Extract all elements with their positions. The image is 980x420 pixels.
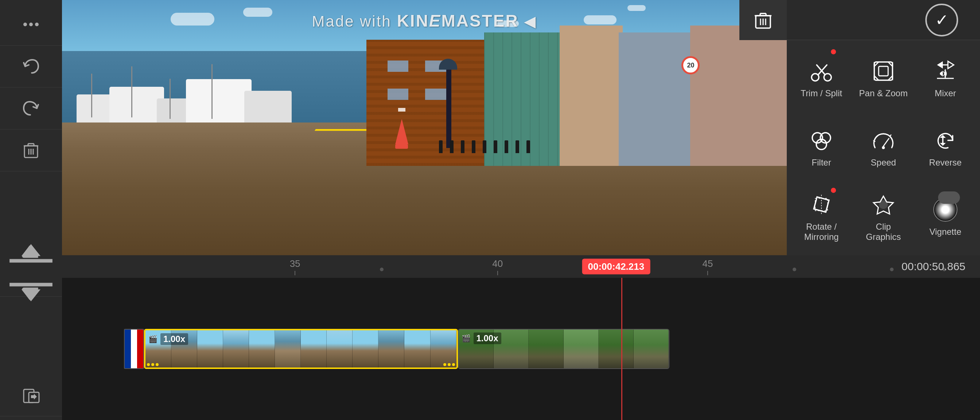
vignette-label: Vignette	[929, 227, 961, 237]
svg-line-38	[883, 138, 889, 146]
clip-film-icon-2: 🎬	[461, 334, 471, 343]
timeline-area: 35 40 45	[62, 255, 980, 420]
watermark: Made with KINEMASTER ◀	[312, 11, 537, 30]
video-scene: 20 Made with KINEMASTER ◀	[62, 0, 787, 255]
rotate-notification-dot	[831, 188, 836, 193]
reverse-icon	[932, 127, 958, 153]
scissors-icon	[809, 58, 834, 84]
tool-speed[interactable]: Speed	[854, 115, 913, 180]
clip-frames-1	[145, 330, 457, 368]
svg-line-40	[889, 135, 891, 136]
end-time-display: 00:00:50.865	[902, 260, 966, 273]
tool-reverse[interactable]: Reverse	[916, 115, 975, 180]
tool-pan-zoom[interactable]: Pan & Zoom	[854, 46, 913, 111]
fence	[439, 140, 642, 153]
preview-panel-row: 20 Made with KINEMASTER ◀	[62, 0, 980, 255]
lamppost	[446, 68, 451, 148]
clip-graphics-label: Clip Graphics	[858, 222, 909, 242]
clip-film-icon: 🎬	[148, 335, 158, 344]
redo-button[interactable]	[0, 88, 62, 129]
svg-point-2	[35, 22, 39, 26]
clip-graphics-icon	[870, 192, 896, 217]
current-time-display: 00:00:42.213	[582, 259, 651, 275]
svg-point-0	[23, 22, 27, 26]
watermark-prefix: Made with	[312, 13, 397, 30]
ruler-tick-45: 45	[703, 258, 713, 275]
pan-zoom-icon	[870, 58, 896, 84]
svg-marker-29	[937, 61, 943, 68]
ruler-tick-40: 40	[492, 258, 503, 275]
track-area: 🎬 1.00x	[62, 282, 980, 416]
export-button[interactable]	[0, 374, 62, 416]
tool-filter[interactable]: Filter	[792, 115, 851, 180]
mixer-label: Mixer	[935, 88, 956, 99]
speed-icon	[870, 127, 896, 153]
tool-clip-graphics[interactable]: Clip Graphics	[854, 184, 913, 250]
clip-info-2: 🎬 1.00x	[461, 332, 501, 344]
ruler-dot-3	[792, 267, 796, 271]
ruler-tick-35: 35	[290, 258, 301, 275]
clip-info: 🎬 1.00x	[148, 333, 188, 345]
vignette-toggle-off	[938, 191, 960, 204]
ruler-dot-1	[380, 267, 383, 271]
svg-marker-30	[948, 61, 954, 68]
menu-button[interactable]	[0, 4, 62, 46]
watermark-brand: KINEMASTER	[397, 11, 519, 30]
marker-35: 35	[290, 258, 301, 269]
svg-point-44	[879, 200, 888, 209]
rotate-icon	[809, 192, 834, 217]
timeline-tracks[interactable]: 🎬 1.00x	[62, 278, 980, 420]
confirm-button[interactable]: ✓	[925, 4, 958, 37]
traffic-cone	[395, 119, 408, 148]
ruler-dot-4	[890, 267, 894, 271]
tool-trim-split[interactable]: Trim / Split	[792, 46, 851, 111]
playhead	[621, 278, 622, 420]
filter-label: Filter	[811, 158, 831, 168]
center-section: 20 Made with KINEMASTER ◀	[62, 0, 980, 420]
timeline-ruler: 35 40 45	[62, 255, 980, 278]
adjust-height-button[interactable]	[0, 250, 62, 297]
track-controls	[62, 325, 124, 372]
clip-speed-1: 1.00x	[161, 333, 188, 345]
speed-label: Speed	[870, 158, 896, 168]
video-preview: 20 Made with KINEMASTER ◀	[62, 0, 787, 255]
cloud-1	[170, 13, 215, 25]
reverse-label: Reverse	[929, 158, 961, 168]
flag-clip[interactable]	[124, 329, 144, 369]
video-delete-button[interactable]	[740, 0, 787, 40]
right-panel: ✓	[787, 0, 980, 255]
tool-vignette[interactable]: Vignette	[916, 184, 975, 250]
cloud-4	[584, 15, 617, 24]
clip-corner-dots-right	[443, 363, 455, 366]
clip-corner-dots-left	[147, 363, 159, 366]
cloud-5	[627, 5, 646, 11]
svg-line-25	[818, 65, 827, 75]
ruler-marks: 35 40 45	[230, 255, 980, 278]
filter-icon	[809, 127, 834, 153]
mixer-icon	[932, 58, 958, 84]
pan-zoom-label: Pan & Zoom	[859, 88, 907, 99]
main-clip-selected[interactable]: 🎬 1.00x	[144, 329, 458, 369]
clip-speed-2: 1.00x	[474, 332, 501, 344]
svg-rect-27	[874, 62, 892, 80]
marker-45: 45	[703, 258, 713, 269]
marker-40: 40	[492, 258, 503, 269]
left-sidebar	[0, 0, 62, 420]
second-clip[interactable]: 🎬 1.00x	[458, 329, 670, 369]
trim-split-label: Trim / Split	[800, 88, 842, 99]
tool-rotate-mirror[interactable]: Rotate / Mirroring	[792, 184, 851, 250]
rotate-mirror-label: Rotate / Mirroring	[796, 222, 847, 242]
panel-header: ✓	[787, 0, 980, 40]
tool-mixer[interactable]: Mixer	[916, 46, 975, 111]
svg-rect-28	[879, 66, 888, 76]
svg-point-1	[29, 22, 33, 26]
app-layout: 20 Made with KINEMASTER ◀	[0, 0, 980, 420]
delete-button[interactable]	[0, 129, 62, 171]
trim-notification-dot	[831, 49, 836, 54]
undo-button[interactable]	[0, 46, 62, 88]
svg-line-26	[817, 65, 825, 75]
tools-grid: Trim / Split	[787, 40, 980, 255]
cloud-2	[243, 8, 272, 17]
